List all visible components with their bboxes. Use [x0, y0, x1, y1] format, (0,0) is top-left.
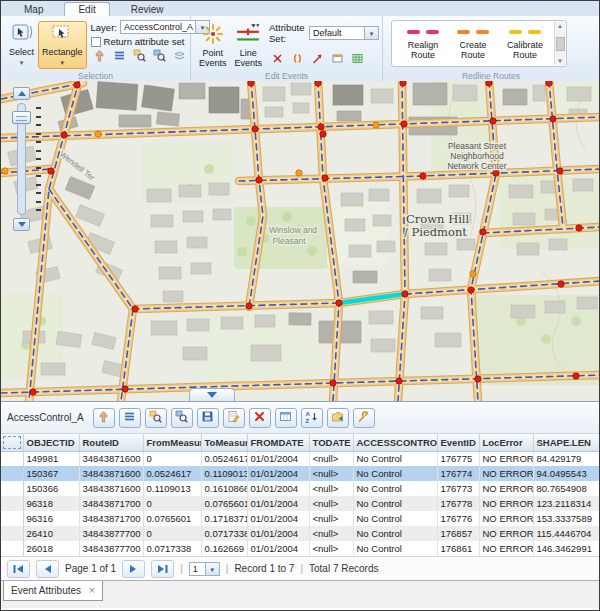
column-header[interactable]: TODATE — [309, 434, 353, 451]
route-point[interactable] — [490, 118, 496, 124]
route-point[interactable] — [576, 225, 582, 231]
table-row[interactable]: 150366348438716000.11090130.161086601/01… — [1, 481, 600, 496]
route-point[interactable] — [401, 121, 407, 127]
merge-events-button[interactable] — [289, 52, 306, 68]
scroll-down-icon[interactable]: ▼ — [557, 58, 563, 64]
tab-review[interactable]: Review — [118, 3, 177, 16]
column-header[interactable]: FROMDATE — [247, 434, 309, 451]
route-point[interactable] — [318, 124, 324, 130]
column-header[interactable]: LocError — [479, 434, 533, 451]
tab-event-attributes[interactable]: Event Attributes × — [3, 581, 103, 601]
list-button[interactable] — [119, 408, 141, 428]
route-point[interactable] — [48, 168, 54, 174]
last-page-button[interactable] — [151, 560, 174, 578]
scroll-thumb[interactable] — [556, 37, 565, 51]
row-selector[interactable] — [1, 466, 23, 481]
panel-collapse-tab[interactable] — [189, 388, 235, 401]
select-button[interactable]: Select — [5, 21, 38, 69]
zoom-selection-alt-button[interactable] — [151, 49, 168, 65]
column-header[interactable]: EventID — [437, 434, 479, 451]
zoom-out-button[interactable] — [13, 218, 30, 231]
route-point[interactable] — [122, 386, 128, 392]
row-selector[interactable] — [1, 511, 23, 526]
split-event-button[interactable] — [269, 52, 286, 68]
pointer-hand-button[interactable] — [93, 408, 115, 428]
close-icon[interactable]: × — [89, 585, 95, 596]
sort-button[interactable]: AZ — [301, 408, 323, 428]
row-selector[interactable] — [1, 526, 23, 541]
route-point[interactable] — [248, 81, 254, 86]
route-point[interactable] — [61, 132, 67, 138]
table-row[interactable]: 26018348438777000.07173380.16266901/01/2… — [1, 541, 600, 556]
row-selector[interactable] — [1, 496, 23, 511]
realign-route-button[interactable]: Realign Route — [398, 27, 448, 60]
column-header[interactable]: SHAPE.LEN — [533, 434, 600, 451]
junction-point[interactable] — [470, 271, 476, 277]
route-point[interactable] — [322, 175, 328, 181]
row-selector[interactable] — [1, 541, 23, 556]
route-point[interactable] — [320, 131, 326, 137]
previous-page-button[interactable] — [36, 560, 59, 578]
calibrate-route-button[interactable]: Calibrate Route — [498, 27, 552, 60]
point-events-button[interactable]: Point Events — [195, 20, 231, 70]
table-row[interactable]: 963183484387170000.076560101/01/2004<nul… — [1, 496, 600, 511]
route-point[interactable] — [573, 373, 579, 379]
junction-point[interactable] — [373, 122, 379, 128]
junction-point[interactable] — [296, 170, 302, 176]
next-page-button[interactable] — [122, 560, 145, 578]
route-point[interactable] — [30, 389, 36, 395]
route-point[interactable] — [557, 168, 563, 174]
edit-button[interactable] — [223, 408, 245, 428]
route-point[interactable] — [396, 378, 402, 384]
attribute-set-combo-arrow[interactable] — [365, 26, 379, 40]
route-point[interactable] — [400, 81, 406, 86]
route-point[interactable] — [336, 300, 342, 306]
list-button[interactable] — [111, 49, 128, 65]
redline-scrollbar[interactable]: ▲ ▼ — [554, 22, 565, 65]
route-point[interactable] — [480, 229, 486, 235]
route-point[interactable] — [420, 173, 426, 179]
route-point[interactable] — [558, 281, 564, 287]
zoom-selection-alt-button[interactable] — [171, 408, 193, 428]
save-button[interactable] — [197, 408, 219, 428]
events-table-button[interactable] — [329, 52, 346, 68]
column-header[interactable]: RouteID — [79, 434, 143, 451]
delete-button[interactable] — [249, 408, 271, 428]
route-point[interactable] — [132, 306, 138, 312]
folder-button[interactable] — [327, 408, 349, 428]
line-events-button[interactable]: Line Events — [231, 20, 267, 70]
wrench-button[interactable] — [353, 408, 375, 428]
route-point[interactable] — [486, 81, 492, 86]
attribute-grid-button[interactable] — [349, 52, 366, 68]
table-button[interactable] — [275, 408, 297, 428]
page-select[interactable]: 1 — [189, 562, 220, 576]
column-header[interactable]: OBJECTID — [23, 434, 79, 451]
attribute-set-combo[interactable]: Default — [309, 26, 379, 40]
route-point[interactable] — [256, 177, 262, 183]
junction-point[interactable] — [95, 131, 101, 137]
page-select-value[interactable]: 1 — [189, 562, 206, 576]
layer-combo-value[interactable]: AccessControl_A — [120, 20, 196, 34]
row-selector[interactable] — [1, 451, 23, 466]
create-route-button[interactable]: Create Route — [448, 27, 498, 60]
page-select-arrow[interactable] — [206, 562, 220, 576]
route-point[interactable] — [475, 376, 481, 382]
first-page-button[interactable] — [7, 560, 30, 578]
table-row[interactable]: 1499813484387160000.052461701/01/2004<nu… — [1, 451, 600, 466]
route-point[interactable] — [550, 116, 556, 122]
zoom-selection-button[interactable] — [131, 49, 148, 65]
trim-event-button[interactable] — [309, 52, 326, 68]
return-attribute-set-checkbox[interactable] — [91, 37, 101, 47]
table-row[interactable]: 96316348438717000.07656010.171837101/01/… — [1, 511, 600, 526]
route-point[interactable] — [74, 82, 80, 88]
table-row[interactable]: 150367348438716000.05246170.110901301/01… — [1, 466, 600, 481]
attribute-set-value[interactable]: Default — [309, 26, 365, 40]
zoom-selection-button[interactable] — [145, 408, 167, 428]
route-point[interactable] — [546, 81, 552, 86]
selector-column-header[interactable] — [1, 434, 23, 451]
rectangle-button[interactable]: Rectangle — [38, 21, 87, 69]
zoom-in-button[interactable] — [13, 87, 30, 100]
zoom-slider[interactable] — [9, 87, 43, 235]
route-point[interactable] — [246, 303, 252, 309]
junction-point[interactable] — [2, 168, 8, 174]
